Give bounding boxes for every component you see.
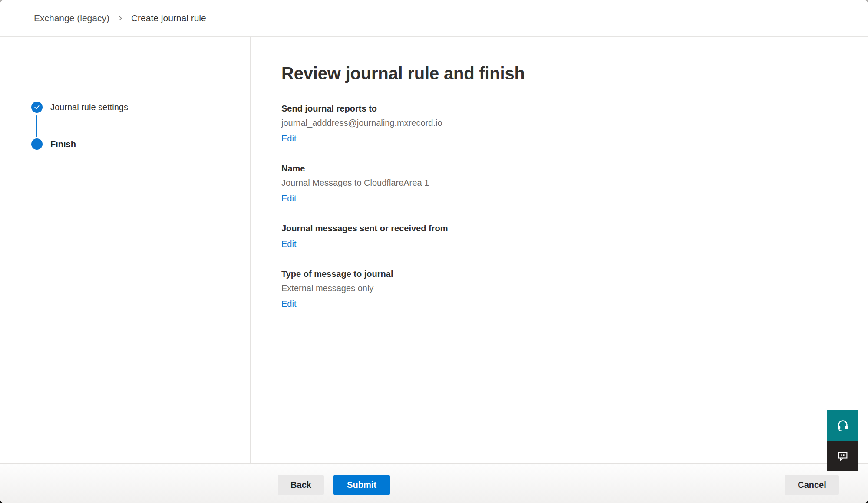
edit-name-link[interactable]: Edit [281, 193, 296, 204]
step-journal-rule-settings[interactable]: Journal rule settings [31, 102, 128, 113]
breadcrumb-current-page: Create journal rule [131, 13, 206, 23]
field-label: Type of message to journal [281, 268, 794, 280]
field-label: Name [281, 163, 794, 174]
step-label: Journal rule settings [50, 102, 128, 113]
field-value: journal_adddress@journaling.mxrecord.io [281, 117, 794, 129]
field-label: Journal messages sent or received from [281, 223, 794, 234]
field-label: Send journal reports to [281, 103, 794, 115]
page-title: Review journal rule and finish [281, 63, 794, 84]
action-bar: Back Submit Cancel [0, 463, 868, 503]
wizard-steps-panel: Journal rule settings Finish [0, 37, 251, 463]
step-connector-line [36, 115, 37, 137]
review-section-scope: Journal messages sent or received from E… [281, 223, 794, 250]
edit-message-type-link[interactable]: Edit [281, 298, 296, 309]
edit-send-reports-link[interactable]: Edit [281, 133, 296, 144]
step-finish[interactable]: Finish [31, 138, 76, 150]
field-value: External messages only [281, 283, 794, 294]
review-section-name: Name Journal Messages to CloudflareArea … [281, 163, 794, 204]
review-section-message-type: Type of message to journal External mess… [281, 268, 794, 309]
step-label: Finish [50, 138, 76, 150]
field-value: Journal Messages to CloudflareArea 1 [281, 177, 794, 189]
edit-scope-link[interactable]: Edit [281, 238, 296, 250]
headset-icon [836, 419, 849, 432]
submit-button[interactable]: Submit [333, 475, 390, 495]
app-window: Exchange (legacy) Create journal rule Jo… [0, 0, 868, 503]
help-button[interactable] [827, 410, 858, 441]
check-icon [31, 102, 43, 113]
chevron-right-icon [117, 15, 124, 22]
chat-icon [836, 450, 849, 463]
review-panel: Review journal rule and finish Send jour… [281, 37, 794, 328]
top-bar: Exchange (legacy) Create journal rule [0, 0, 868, 37]
review-section-send-reports: Send journal reports to journal_adddress… [281, 103, 794, 144]
breadcrumb-link-exchange-legacy[interactable]: Exchange (legacy) [34, 13, 109, 23]
cancel-button[interactable]: Cancel [785, 475, 839, 495]
back-button[interactable]: Back [278, 475, 324, 495]
feedback-button[interactable] [827, 441, 858, 471]
filled-dot-icon [31, 138, 43, 150]
